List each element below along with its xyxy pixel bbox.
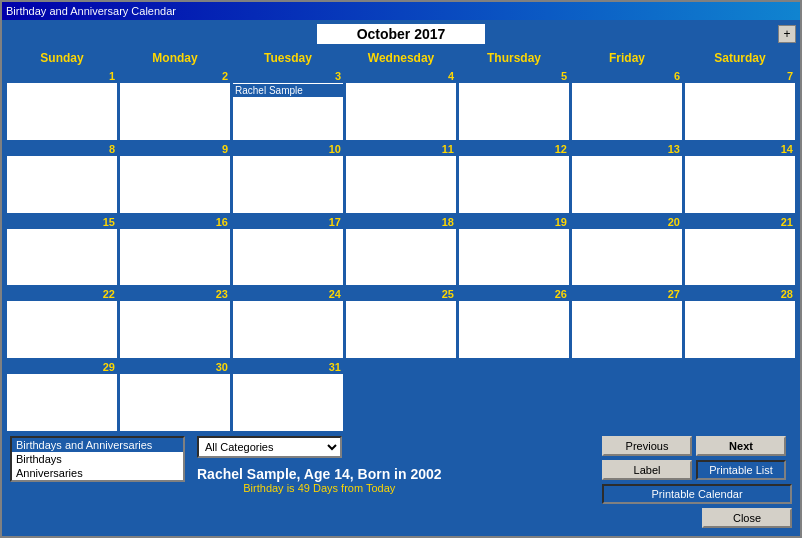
main-window: Birthday and Anniversary Calendar Octobe…	[0, 0, 802, 538]
printable-list-button[interactable]: Printable List	[696, 460, 786, 480]
calendar-grid: 1 2 3 Rachel Sample 4 5 6	[6, 69, 796, 432]
category-dropdown[interactable]: All Categories Family Friends Work	[197, 436, 342, 458]
table-row[interactable]: 22	[6, 287, 118, 359]
day-header-mon: Monday	[119, 48, 231, 68]
info-name: Rachel Sample, Age 14, Born in 2002	[197, 466, 442, 482]
day-header-thu: Thursday	[458, 48, 570, 68]
table-row[interactable]: 28	[684, 287, 796, 359]
plus-button[interactable]: +	[778, 25, 796, 43]
table-row[interactable]: 4	[345, 69, 457, 141]
month-header: October 2017 +	[6, 24, 796, 44]
next-button[interactable]: Next	[696, 436, 786, 456]
table-row[interactable]: 8	[6, 142, 118, 214]
previous-button[interactable]: Previous	[602, 436, 692, 456]
table-row[interactable]: 1	[6, 69, 118, 141]
month-title: October 2017	[317, 24, 486, 44]
table-row[interactable]: 24	[232, 287, 344, 359]
label-button[interactable]: Label	[602, 460, 692, 480]
table-row[interactable]: 5	[458, 69, 570, 141]
table-row[interactable]: 29	[6, 360, 118, 432]
printable-calendar-button[interactable]: Printable Calendar	[602, 484, 792, 504]
button-column: Previous Next Label Printable List Print…	[602, 436, 792, 528]
day-header-sun: Sunday	[6, 48, 118, 68]
category-listbox[interactable]: Birthdays and Anniversaries Birthdays An…	[10, 436, 185, 482]
table-row[interactable]: 3 Rachel Sample	[232, 69, 344, 141]
table-row[interactable]: 14	[684, 142, 796, 214]
list-item-birthdays[interactable]: Birthdays	[12, 452, 183, 466]
close-button[interactable]: Close	[702, 508, 792, 528]
list-item-anniversaries[interactable]: Anniversaries	[12, 466, 183, 480]
table-row[interactable]: 31	[232, 360, 344, 432]
day-header-fri: Friday	[571, 48, 683, 68]
day-headers: Sunday Monday Tuesday Wednesday Thursday…	[6, 48, 796, 68]
title-bar: Birthday and Anniversary Calendar	[2, 2, 800, 20]
table-row	[684, 360, 796, 432]
table-row[interactable]: 27	[571, 287, 683, 359]
table-row[interactable]: 10	[232, 142, 344, 214]
table-row[interactable]: 19	[458, 215, 570, 287]
table-row[interactable]: 18	[345, 215, 457, 287]
info-birthday: Birthday is 49 Days from Today	[197, 482, 442, 494]
table-row[interactable]: 13	[571, 142, 683, 214]
window-title: Birthday and Anniversary Calendar	[6, 5, 176, 17]
table-row	[345, 360, 457, 432]
table-row[interactable]: 9	[119, 142, 231, 214]
table-row[interactable]: 16	[119, 215, 231, 287]
table-row[interactable]: 12	[458, 142, 570, 214]
day-header-wed: Wednesday	[345, 48, 457, 68]
calendar-container: October 2017 + Sunday Monday Tuesday Wed…	[2, 20, 800, 536]
table-row[interactable]: 20	[571, 215, 683, 287]
table-row[interactable]: 15	[6, 215, 118, 287]
table-row[interactable]: 26	[458, 287, 570, 359]
info-area: Rachel Sample, Age 14, Born in 2002 Birt…	[197, 462, 442, 498]
list-item-all[interactable]: Birthdays and Anniversaries	[12, 438, 183, 452]
table-row	[458, 360, 570, 432]
table-row[interactable]: 30	[119, 360, 231, 432]
table-row[interactable]: 17	[232, 215, 344, 287]
bottom-area: Birthdays and Anniversaries Birthdays An…	[6, 432, 796, 532]
table-row[interactable]: 25	[345, 287, 457, 359]
table-row[interactable]: 2	[119, 69, 231, 141]
bottom-row-controls: Birthdays and Anniversaries Birthdays An…	[10, 436, 792, 528]
table-row[interactable]: 11	[345, 142, 457, 214]
table-row[interactable]: 7	[684, 69, 796, 141]
table-row[interactable]: 23	[119, 287, 231, 359]
day-header-sat: Saturday	[684, 48, 796, 68]
table-row[interactable]: 21	[684, 215, 796, 287]
table-row[interactable]: 6	[571, 69, 683, 141]
event-rachel[interactable]: Rachel Sample	[233, 84, 343, 97]
day-header-tue: Tuesday	[232, 48, 344, 68]
table-row	[571, 360, 683, 432]
